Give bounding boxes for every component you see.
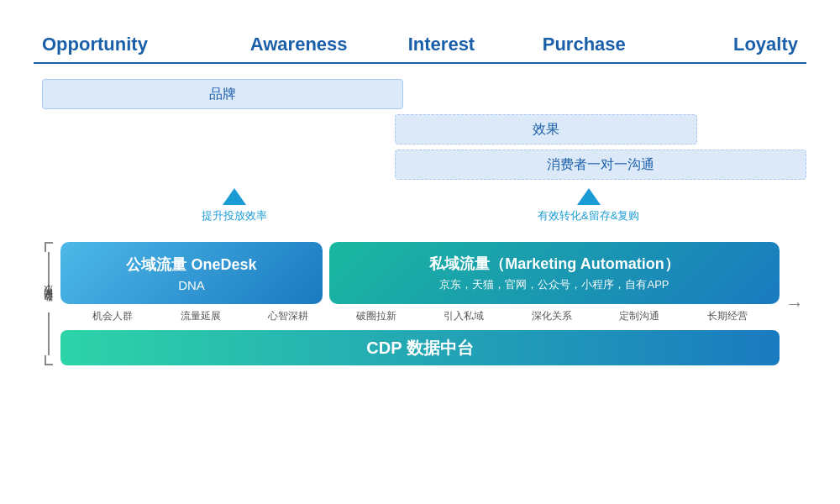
box-left-sub: DNA [178,278,205,292]
step-5: 深化关系 [508,309,596,323]
col-awareness: Awareness [228,34,370,55]
step-1: 流量延展 [157,309,245,323]
bracket-container: 数据回放 [42,242,55,365]
col-purchase: Purchase [512,34,655,55]
right-arrow-up [577,188,601,205]
right-arrow-item: 有效转化&留存&复购 [538,188,639,223]
arrow-section: 提升投放效率 有效转化&留存&复购 [34,188,806,239]
step-4: 引入私域 [420,309,508,323]
main-content: 公域流量 OneDesk DNA 私域流量（Marketing Automati… [60,242,780,365]
xiaofei-bar-row: 消费者一对一沟通 [34,150,806,180]
col-loyalty: Loyalty [655,34,806,55]
right-arrow-label: 有效转化&留存&复购 [538,208,639,223]
box-right: 私域流量（Marketing Automation） 京东，天猫，官网，公众号，… [329,242,780,304]
steps-row: 机会人群 流量延展 心智深耕 破圈拉新 引入私域 深化关系 定制沟通 长期经营 [60,309,780,323]
right-arrow-icon: → [785,293,804,315]
left-arrow-item: 提升投放效率 [202,188,267,223]
step-0: 机会人群 [69,309,157,323]
box-right-title: 私域流量（Marketing Automation） [429,254,679,274]
bracket-label: 数据回放 [42,296,55,312]
xiaofei-bar: 消费者一对一沟通 [395,150,806,180]
xiaoguo-bar-row: 效果 [34,114,806,144]
pinpai-bar-row: 品牌 [34,79,806,109]
bracket-middle2 [48,312,50,356]
bracket-bottom [45,355,53,365]
box-right-sub: 京东，天猫，官网，公众号，小程序，自有APP [439,277,669,292]
left-arrow-label: 提升投放效率 [202,208,267,223]
main-boxes: 公域流量 OneDesk DNA 私域流量（Marketing Automati… [60,242,780,304]
left-bracket: 数据回放 [34,242,57,365]
bracket-top [45,242,53,252]
right-arrow-side: → [783,242,806,365]
box-left: 公域流量 OneDesk DNA [60,242,323,304]
step-6: 定制沟通 [596,309,684,323]
box-left-title: 公域流量 OneDesk [126,255,256,275]
header-row: Opportunity Awareness Interest Purchase … [34,34,806,64]
cdp-bar: CDP 数据中台 [60,330,780,365]
step-7: 长期经营 [684,309,772,323]
main-container: Opportunity Awareness Interest Purchase … [17,17,823,487]
step-3: 破圈拉新 [333,309,421,323]
pinpai-bar: 品牌 [42,79,403,109]
col-interest: Interest [370,34,513,55]
side-container: 数据回放 公域流量 OneDesk DNA 私域流量（Marketing Aut… [34,242,806,365]
bracket-middle [48,252,50,296]
step-2: 心智深耕 [244,309,333,323]
bars-section: 品牌 效果 消费者一对一沟通 [34,79,806,180]
col-opportunity: Opportunity [34,34,228,55]
left-arrow-up [223,188,246,205]
xiaoguo-bar: 效果 [395,114,697,144]
